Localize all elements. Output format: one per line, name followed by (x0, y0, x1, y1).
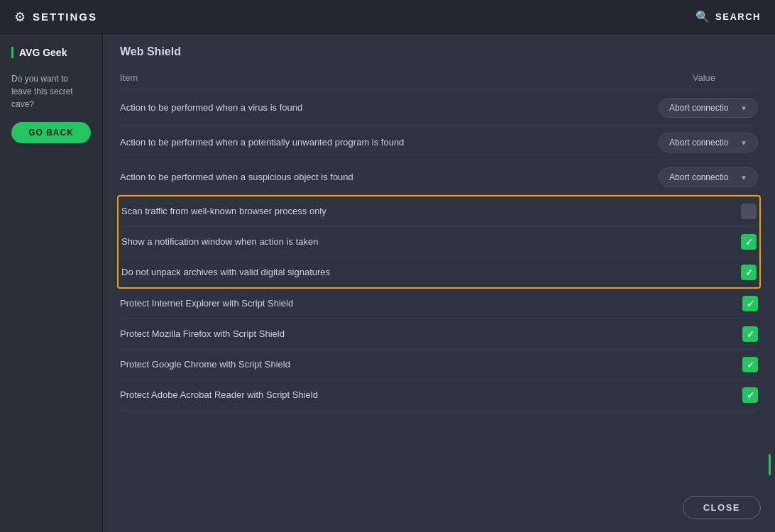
highlight-group: Scan traffic from well-known browser pro… (117, 195, 761, 289)
row-virus-label: Action to be performed when a virus is f… (120, 101, 302, 114)
row-unpack-archives-checkbox[interactable] (741, 265, 757, 280)
row-suspicious-dropdown[interactable]: Abort connectio ▼ (659, 167, 758, 187)
sidebar-description: Do you want to leave this secret cave? (11, 72, 91, 111)
row-firefox: Protect Mozilla Firefox with Script Shie… (120, 319, 758, 350)
chevron-down-icon: ▼ (740, 174, 747, 182)
row-unpack-archives: Do not unpack archives with valid digita… (121, 257, 757, 287)
row-suspicious: Action to be performed when a suspicious… (120, 160, 758, 195)
row-acrobat-label: Protect Adobe Acrobat Reader with Script… (120, 389, 318, 401)
header: ⚙ SETTINGS 🔍 SEARCH (0, 0, 775, 34)
row-chrome-checkbox[interactable] (742, 357, 758, 372)
row-virus-value: Abort connectio ▼ (652, 98, 758, 118)
row-unpack-archives-value (650, 265, 757, 280)
scroll-indicator (769, 454, 771, 475)
table-header: Item Value (120, 68, 758, 89)
row-firefox-checkbox[interactable] (742, 326, 758, 342)
content-area: Web Shield Item Value Action to be perfo… (103, 34, 775, 532)
row-scan-browser-label: Scan traffic from well-known browser pro… (121, 205, 326, 218)
row-suspicious-dropdown-value: Abort connectio (669, 172, 728, 182)
row-ie: Protect Internet Explorer with Script Sh… (120, 289, 758, 319)
row-pup-dropdown-value: Abort connectio (669, 138, 728, 148)
row-firefox-value (652, 326, 758, 342)
row-unpack-archives-label: Do not unpack archives with valid digita… (121, 266, 330, 279)
row-virus: Action to be performed when a virus is f… (120, 91, 758, 126)
row-pup-dropdown[interactable]: Abort connectio ▼ (659, 133, 758, 153)
col-item-header: Item (120, 72, 138, 83)
chevron-down-icon: ▼ (740, 104, 747, 112)
row-acrobat-value (652, 387, 758, 403)
sidebar: AVG Geek Do you want to leave this secre… (0, 34, 103, 532)
footer: CLOSE (683, 496, 761, 519)
header-left: ⚙ SETTINGS (14, 9, 97, 25)
section-title: Web Shield (120, 45, 758, 58)
app-title: SETTINGS (33, 11, 97, 23)
row-acrobat-checkbox[interactable] (742, 387, 758, 403)
row-pup-label: Action to be performed when a potentiall… (120, 136, 404, 149)
row-scan-browser-checkbox[interactable] (741, 204, 757, 219)
row-firefox-label: Protect Mozilla Firefox with Script Shie… (120, 328, 285, 340)
row-suspicious-value: Abort connectio ▼ (652, 167, 758, 187)
row-notification-checkbox[interactable] (741, 234, 757, 250)
row-virus-dropdown[interactable]: Abort connectio ▼ (659, 98, 758, 118)
search-icon: 🔍 (696, 10, 710, 23)
row-ie-checkbox[interactable] (742, 296, 758, 311)
search-button[interactable]: 🔍 SEARCH (696, 10, 761, 23)
close-button[interactable]: CLOSE (683, 496, 761, 519)
row-pup-value: Abort connectio ▼ (652, 133, 758, 153)
chevron-down-icon: ▼ (740, 139, 747, 147)
row-chrome-value (652, 357, 758, 372)
row-notification-label: Show a notification window when action i… (121, 235, 319, 248)
row-chrome: Protect Google Chrome with Script Shield (120, 350, 758, 380)
go-back-button[interactable]: GO BACK (11, 122, 91, 143)
row-scan-browser: Scan traffic from well-known browser pro… (121, 196, 757, 227)
row-chrome-label: Protect Google Chrome with Script Shield (120, 358, 290, 371)
row-notification-value (650, 234, 757, 250)
row-notification: Show a notification window when action i… (121, 227, 757, 257)
col-value-header: Value (693, 72, 715, 83)
sidebar-title: AVG Geek (11, 47, 91, 58)
row-ie-label: Protect Internet Explorer with Script Sh… (120, 297, 293, 310)
row-ie-value (652, 296, 758, 311)
gear-icon: ⚙ (14, 9, 26, 25)
row-suspicious-label: Action to be performed when a suspicious… (120, 171, 353, 184)
row-scan-browser-value (650, 204, 757, 219)
row-pup: Action to be performed when a potentiall… (120, 126, 758, 160)
row-acrobat: Protect Adobe Acrobat Reader with Script… (120, 380, 758, 411)
row-virus-dropdown-value: Abort connectio (669, 103, 728, 113)
search-label: SEARCH (715, 11, 761, 22)
main-layout: AVG Geek Do you want to leave this secre… (0, 34, 775, 532)
